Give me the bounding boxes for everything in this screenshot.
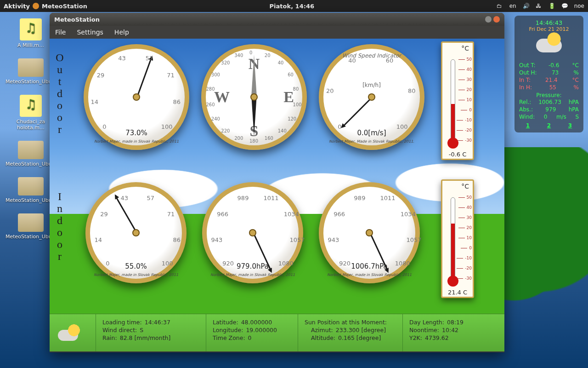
- desktop-icon[interactable]: MeteoStation_Ubuntu_…: [6, 141, 56, 167]
- gauge-tick: 989: [354, 195, 366, 201]
- thermo-tick: 40: [467, 205, 472, 210]
- meteostation-window: MeteoStation File Settings Help Outdoor …: [50, 13, 504, 352]
- gauge-maker: Norbert Majer, made in Slovak Republic, …: [90, 273, 182, 277]
- compass-tick: 340: [234, 53, 243, 58]
- thermometer-outdoor: °C 50403020100-10-20-30 -0.6 C: [441, 41, 474, 160]
- compass-tick: 100: [293, 102, 302, 107]
- thermo-tick: 10: [467, 236, 472, 240]
- gauge-tick: 14: [91, 98, 99, 105]
- chat-icon[interactable]: 💬: [561, 3, 568, 9]
- weather-widget-panel: 14:46:43 Fri Dec 21 2012 Out T:-0.6°COut…: [514, 16, 583, 132]
- keyboard-lang[interactable]: en: [509, 3, 516, 9]
- app-content: Outdoor Indoor 73.0% Norbert Majer, made…: [50, 39, 504, 351]
- gauge-tick: 1034: [284, 211, 299, 218]
- thermo-indoor-value: 21.4 C: [442, 289, 473, 296]
- menu-settings[interactable]: Settings: [77, 29, 103, 36]
- status-row: Latitude:48.000000: [213, 319, 291, 326]
- widget-pressure-header: Pressure:: [517, 92, 581, 98]
- thermo-tick: 0: [469, 108, 472, 112]
- gauge-tick: 966: [217, 211, 228, 218]
- compass-tick: 320: [221, 60, 230, 65]
- compass-tick: 200: [234, 136, 243, 141]
- desktop-icon[interactable]: MeteoStation_Ubuntu_v…: [6, 177, 56, 203]
- compass-tick: 240: [211, 116, 220, 121]
- thermo-tick: 20: [467, 87, 472, 92]
- thermo-tick: 50: [467, 57, 472, 62]
- thermo-outdoor-value: -0.6 C: [442, 151, 473, 158]
- battery-icon[interactable]: 🔋: [548, 3, 555, 9]
- status-row: Time Zone:0: [213, 334, 291, 341]
- gauge-wind-title: Wind Speed Indicator: [323, 52, 420, 59]
- status-row: Longitude:19.000000: [213, 327, 291, 334]
- status-col-sun: Sun Position at this Moment: Azimut:233.…: [298, 314, 402, 351]
- thermo-tick: 0: [469, 246, 472, 250]
- status-sun-header: Sun Position at this Moment:: [305, 319, 387, 326]
- gauge-wind-speed: Wind Speed Indicator [km/h] 0.0[m/s] Nor…: [319, 44, 424, 150]
- compass-tick: 220: [221, 128, 230, 133]
- thermo-tick: -30: [465, 138, 472, 143]
- compass-tick: 180: [249, 138, 258, 144]
- gauge-compass: N S E W 02040608010012014016018020022024…: [201, 44, 307, 150]
- gauge-tick: 43: [121, 195, 129, 201]
- desktop-icon[interactable]: MeteoStation_Ubuntu_…: [6, 58, 56, 85]
- desktop-icon[interactable]: A Milli.m…: [6, 18, 56, 48]
- label-outdoor: Outdoor: [53, 52, 66, 135]
- gauge-tick: 71: [167, 211, 175, 218]
- user-menu[interactable]: noe: [574, 3, 584, 9]
- status-col-day: Day Length:08:19Noontime:10:42Y2K:4739.6…: [402, 314, 504, 351]
- thermo-tick: 30: [467, 215, 472, 220]
- widget-tab-1[interactable]: 1: [526, 122, 530, 129]
- compass-tick: 140: [278, 128, 287, 133]
- network-icon[interactable]: 🖧: [536, 3, 542, 9]
- topbar-clock[interactable]: Piatok, 14:46: [270, 3, 314, 10]
- gauge-tick: 57: [146, 55, 153, 62]
- gauge-outdoor-humidity-value: 73.0%: [88, 129, 185, 137]
- compass-tick: 80: [293, 86, 299, 92]
- gauge-maker: Norbert Majer, Made in Slovak Republic, …: [323, 139, 420, 144]
- gauge-indoor-humidity: 55.0% Norbert Majer, made in Slovak Repu…: [85, 182, 187, 283]
- gauge-maker: Norbert Majer, made in Slovak Republic, …: [323, 273, 415, 277]
- gauge-tick: 57: [147, 195, 154, 201]
- widget-reading-row: In T:21.4°C: [517, 76, 581, 84]
- compass-tick: 280: [206, 86, 215, 92]
- gauge-tick: 0: [102, 123, 106, 130]
- desktop-icon[interactable]: Chudaci_za holota.m…: [6, 95, 56, 131]
- gauge-tick: 943: [328, 236, 339, 243]
- status-row: Azimut:233.300 [degree]: [305, 327, 396, 334]
- thermo-tick: 40: [467, 67, 472, 72]
- gauge-tick: 1080: [395, 260, 410, 267]
- gauge-tick: 86: [173, 236, 181, 243]
- task-app-icon: [33, 3, 39, 9]
- widget-tab-2[interactable]: 2: [547, 122, 551, 129]
- gauge-tick: 920: [222, 260, 234, 267]
- menu-file[interactable]: File: [55, 29, 66, 36]
- volume-icon[interactable]: 🔊: [523, 3, 529, 9]
- gauge-tick: 29: [97, 72, 105, 79]
- thermo-unit: °C: [442, 183, 469, 190]
- gauge-tick: 1011: [380, 195, 395, 201]
- menu-help[interactable]: Help: [114, 29, 129, 36]
- window-titlebar[interactable]: MeteoStation: [50, 13, 504, 26]
- gauge-tick: 20: [326, 87, 334, 94]
- window-title: MeteoStation: [54, 16, 100, 23]
- close-button[interactable]: [493, 16, 500, 23]
- compass-w: W: [214, 88, 230, 106]
- thermo-tick: 30: [467, 77, 472, 82]
- widget-tab-3[interactable]: 3: [568, 122, 572, 129]
- activities-button[interactable]: Aktivity: [4, 3, 30, 10]
- desktop-icon[interactable]: MeteoStation_Ubuntu_v1…: [6, 213, 56, 240]
- thermo-tick: -10: [465, 118, 472, 122]
- compass-tick: 120: [288, 116, 296, 121]
- gauge-tick: 1057: [289, 236, 305, 243]
- gauge-outdoor-humidity: 73.0% Norbert Majer, made in Slovak Repu…: [84, 44, 189, 150]
- gauge-absolute-pressure: 979.0hPa Norbert Majer, made in Slovak R…: [202, 182, 303, 283]
- thermo-tick: -30: [465, 276, 472, 281]
- status-row: Day Length:08:19: [409, 319, 498, 326]
- widget-time: 14:46:43: [517, 19, 581, 26]
- files-icon[interactable]: 🗀: [497, 3, 503, 9]
- gauge-tick: 100: [396, 123, 408, 130]
- task-app-name[interactable]: MeteoStation: [42, 3, 87, 10]
- gauge-tick: 966: [334, 211, 345, 218]
- desktop: Aktivity MeteoStation Piatok, 14:46 🗀 en…: [0, 0, 588, 368]
- minimize-button[interactable]: [485, 16, 492, 23]
